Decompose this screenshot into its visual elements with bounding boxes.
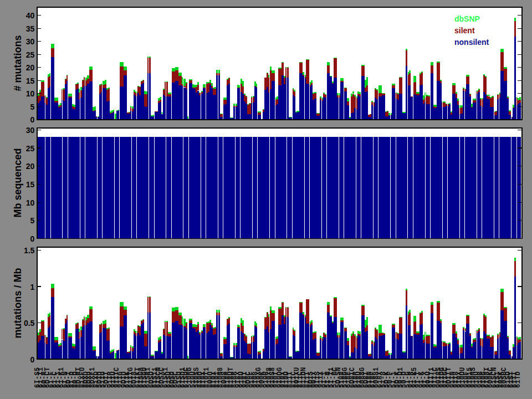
svg-text:0: 0 xyxy=(30,355,35,364)
svg-text:30: 30 xyxy=(26,126,35,135)
svg-text:61TD: 61TD xyxy=(514,371,522,388)
svg-text:nonsilent: nonsilent xyxy=(454,38,489,47)
svg-text:25: 25 xyxy=(26,50,35,59)
svg-text:0.5: 0.5 xyxy=(24,319,35,328)
svg-text:30: 30 xyxy=(26,37,35,46)
svg-text:mutations / Mb: mutations / Mb xyxy=(12,268,23,339)
svg-text:15: 15 xyxy=(26,180,35,189)
svg-text:0: 0 xyxy=(30,234,35,243)
svg-text:dbSNP: dbSNP xyxy=(454,14,480,23)
svg-text:5: 5 xyxy=(30,216,35,225)
svg-text:10: 10 xyxy=(26,198,35,207)
svg-text:5: 5 xyxy=(30,103,35,111)
svg-text:35: 35 xyxy=(26,24,35,33)
svg-text:0: 0 xyxy=(30,115,35,124)
svg-text:# mutations: # mutations xyxy=(12,35,23,91)
svg-text:10: 10 xyxy=(26,89,35,98)
svg-text:silent: silent xyxy=(454,26,475,35)
svg-text:20: 20 xyxy=(26,63,35,72)
svg-text:40: 40 xyxy=(26,11,35,20)
svg-text:1.5: 1.5 xyxy=(24,246,35,255)
svg-text:25: 25 xyxy=(26,144,35,153)
svg-text:1: 1 xyxy=(30,283,35,291)
svg-text:20: 20 xyxy=(26,162,35,171)
svg-text:Mb sequenced: Mb sequenced xyxy=(12,148,23,217)
svg-text:15: 15 xyxy=(26,76,35,85)
